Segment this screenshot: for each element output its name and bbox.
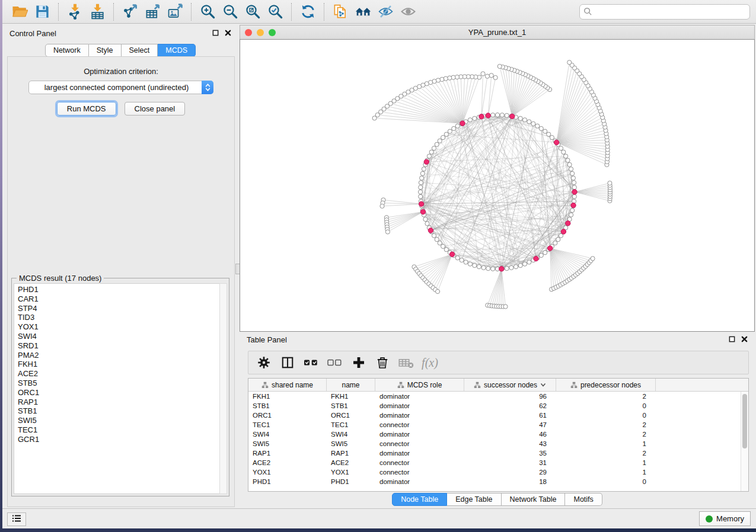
tab-select[interactable]: Select: [122, 44, 158, 57]
mcds-result-item[interactable]: CAR1: [18, 294, 219, 304]
mcds-result-item[interactable]: RAP1: [18, 398, 219, 407]
delete-column-icon[interactable]: [372, 353, 393, 372]
column-header-shared-name[interactable]: shared name: [248, 379, 327, 391]
mcds-result-item[interactable]: ORC1: [18, 388, 219, 398]
zoom-in-icon[interactable]: [197, 2, 218, 21]
panel-menu-button[interactable]: [7, 512, 26, 526]
mcds-result-item[interactable]: PMA2: [18, 351, 219, 360]
deselect-all-icon[interactable]: [324, 353, 346, 372]
columns-icon[interactable]: [277, 353, 298, 372]
save-session-icon[interactable]: [32, 2, 52, 21]
mcds-result-item[interactable]: SWI4: [18, 332, 219, 341]
window-zoom-icon[interactable]: [269, 29, 276, 36]
node-table-header-row: shared namenameMCDS rolesuccessor nodesp…: [248, 379, 748, 392]
mcds-result-item[interactable]: FKH1: [18, 360, 219, 369]
select-all-icon[interactable]: [301, 353, 322, 372]
table-row[interactable]: ORC1ORC1dominator610: [248, 411, 741, 420]
import-network-icon[interactable]: [65, 2, 85, 21]
open-session-icon[interactable]: [9, 2, 30, 21]
control-panel-close-icon[interactable]: [225, 28, 231, 39]
mcds-result-item[interactable]: PHD1: [18, 285, 219, 294]
add-column-icon[interactable]: [348, 353, 369, 372]
list-icon: [12, 514, 21, 525]
function-builder-icon[interactable]: f(x): [419, 353, 441, 372]
zoom-fit-icon[interactable]: [243, 2, 263, 21]
mcds-result-item[interactable]: YOX1: [18, 322, 219, 332]
function-builder-label: f(x): [422, 356, 438, 370]
node-table-body: FKH1FKH1dominator962STB1STB1dominator620…: [248, 392, 741, 491]
window-close-icon[interactable]: [245, 29, 252, 36]
export-image-icon[interactable]: [165, 2, 185, 21]
table-row[interactable]: SWI4SWI4dominator462: [248, 430, 741, 439]
table-row[interactable]: ACE2ACE2connector311: [248, 458, 741, 467]
table-panel-close-icon[interactable]: [741, 334, 748, 345]
settings-icon[interactable]: [253, 353, 275, 372]
mcds-result-title: MCDS result (17 nodes): [17, 274, 104, 283]
window-minimize-icon[interactable]: [257, 29, 264, 36]
mcds-result-item[interactable]: STP4: [18, 304, 219, 313]
cell-name: TEC1: [327, 421, 375, 428]
mcds-result-item[interactable]: SRD1: [18, 341, 219, 351]
table-row[interactable]: RAP1RAP1dominator352: [248, 448, 741, 458]
export-table-icon[interactable]: [142, 2, 162, 21]
memory-button[interactable]: Memory: [699, 511, 751, 526]
cell-name: ORC1: [327, 412, 375, 419]
table-toolbar: f(x): [248, 351, 749, 374]
cell-successor-nodes: 96: [464, 393, 556, 400]
cell-name: ACE2: [327, 459, 375, 466]
refresh-icon[interactable]: [298, 2, 318, 21]
mcds-result-item[interactable]: GCR1: [18, 435, 219, 444]
optimization-value: largest connected component (undirected): [29, 83, 202, 92]
run-mcds-button[interactable]: Run MCDS: [57, 102, 116, 116]
table-row[interactable]: STB1STB1dominator620: [248, 401, 741, 411]
export-network-icon[interactable]: [120, 2, 140, 21]
table-scrollbar[interactable]: [741, 392, 748, 491]
column-header-filler: [656, 379, 748, 391]
table-panel-float-icon[interactable]: [729, 334, 735, 345]
mcds-result-item[interactable]: TEC1: [18, 425, 219, 435]
show-all-icon[interactable]: [398, 2, 418, 21]
cell-predecessor-nodes: 1: [556, 459, 656, 466]
toolbar-separator: [191, 3, 192, 21]
cell-mcds-role: dominator: [375, 431, 464, 438]
table-row[interactable]: PHD1PHD1dominator180: [248, 477, 741, 486]
tab-network[interactable]: Network: [45, 44, 89, 57]
import-table-icon[interactable]: [87, 2, 107, 21]
cell-successor-nodes: 62: [464, 402, 556, 409]
tab-style[interactable]: Style: [89, 44, 122, 57]
table-scrollbar-thumb[interactable]: [742, 394, 747, 448]
mcds-result-item[interactable]: STB5: [18, 379, 219, 388]
tab-edge-table[interactable]: Edge Table: [447, 493, 501, 506]
table-row[interactable]: FKH1FKH1dominator962: [248, 392, 741, 401]
cell-shared-name: SWI4: [248, 431, 327, 438]
zoom-selected-icon[interactable]: [265, 2, 285, 21]
table-panel-header: Table Panel: [238, 332, 756, 347]
column-header-name[interactable]: name: [327, 379, 375, 391]
tab-mcds[interactable]: MCDS: [158, 44, 196, 57]
tab-motifs[interactable]: Motifs: [565, 493, 602, 506]
tab-node-table[interactable]: Node Table: [392, 493, 447, 506]
first-neighbors-icon[interactable]: [353, 2, 373, 21]
mcds-result-item[interactable]: TID3: [18, 313, 219, 322]
mcds-result-scrollbar[interactable]: [219, 283, 227, 494]
mcds-result-item[interactable]: SWI5: [18, 416, 219, 425]
column-header-mcds-role[interactable]: MCDS role: [375, 379, 464, 391]
delete-table-icon[interactable]: [395, 353, 417, 372]
duplicate-network-icon[interactable]: [330, 2, 350, 21]
hide-selected-icon[interactable]: [375, 2, 395, 21]
optimization-select[interactable]: largest connected component (undirected): [28, 81, 213, 94]
table-row[interactable]: TEC1TEC1connector472: [248, 420, 741, 430]
table-row[interactable]: SWI5SWI5connector431: [248, 439, 741, 448]
cell-name: FKH1: [327, 393, 375, 400]
search-input[interactable]: [579, 4, 750, 20]
mcds-result-item[interactable]: ACE2: [18, 369, 219, 379]
table-row[interactable]: YOX1YOX1connector291: [248, 467, 741, 477]
network-view[interactable]: [240, 39, 755, 332]
column-header-successor-nodes[interactable]: successor nodes: [464, 379, 556, 391]
mcds-result-item[interactable]: STB1: [18, 406, 219, 416]
control-panel-float-icon[interactable]: [212, 28, 219, 39]
zoom-out-icon[interactable]: [220, 2, 240, 21]
close-panel-button[interactable]: Close panel: [125, 102, 186, 116]
column-header-predecessor-nodes[interactable]: predecessor nodes: [556, 379, 656, 391]
tab-network-table[interactable]: Network Table: [502, 493, 566, 506]
